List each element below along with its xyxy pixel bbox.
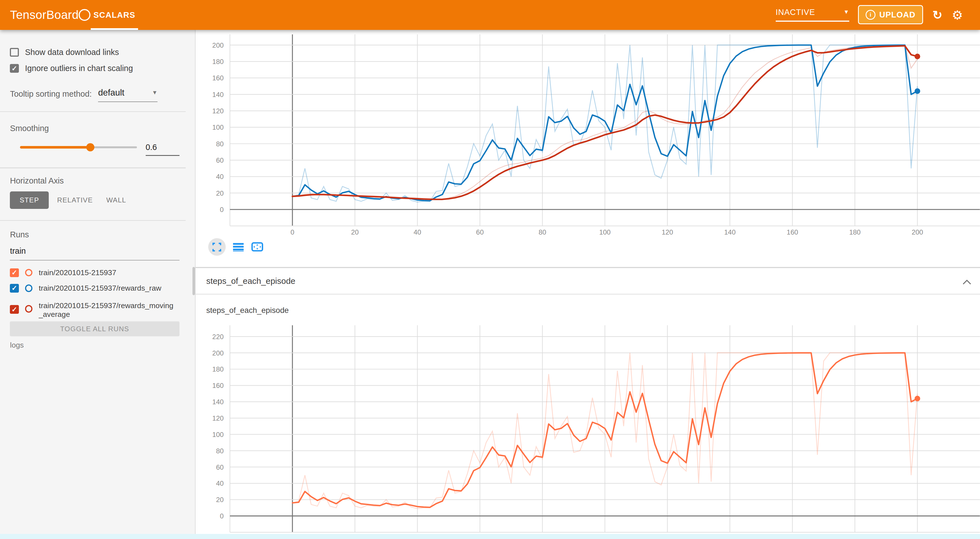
fullscreen-icon <box>212 243 221 252</box>
svg-text:180: 180 <box>212 58 224 65</box>
chevron-down-icon: ▼ <box>152 90 158 96</box>
ignore-outliers-label: Ignore outliers in chart scaling <box>25 64 133 73</box>
svg-text:40: 40 <box>216 480 224 487</box>
settings-sidebar: Show data download links ✓ Ignore outlie… <box>0 30 196 539</box>
run-color-swatch <box>25 269 33 277</box>
app-title: TensorBoard <box>10 8 79 22</box>
run-checkbox[interactable]: ✓ <box>10 305 19 314</box>
run-row[interactable]: ✓ train/20201015-215937/rewards_raw <box>10 284 161 293</box>
svg-text:40: 40 <box>216 173 224 180</box>
runs-filter-input[interactable]: train <box>10 246 179 261</box>
divider <box>0 112 186 112</box>
svg-text:160: 160 <box>787 228 798 236</box>
run-checkbox[interactable]: ✓ <box>10 284 19 293</box>
run-row[interactable]: ✓ train/20201015-215937 <box>10 268 116 277</box>
section-header[interactable]: steps_of_each_episode <box>196 268 980 294</box>
svg-text:160: 160 <box>212 382 224 389</box>
settings-gear-icon[interactable]: ⚙ <box>949 0 966 30</box>
chevron-down-icon: ▼ <box>844 9 850 15</box>
svg-text:220: 220 <box>212 333 224 340</box>
main-content: 0204060801001201401601802000204060801001… <box>196 30 980 539</box>
run-row[interactable]: ✓ train/20201015-215937/rewards_moving_a… <box>10 301 177 319</box>
upload-button-label: UPLOAD <box>880 10 915 19</box>
upload-button[interactable]: i UPLOAD <box>858 5 923 24</box>
divider <box>0 167 186 168</box>
svg-text:120: 120 <box>662 228 673 236</box>
svg-text:0: 0 <box>220 206 224 214</box>
run-color-swatch <box>25 284 33 292</box>
fit-domain-button[interactable] <box>251 242 263 252</box>
chevron-up-icon[interactable] <box>963 276 971 288</box>
svg-text:60: 60 <box>216 463 224 471</box>
svg-text:120: 120 <box>212 415 224 422</box>
svg-text:40: 40 <box>414 228 421 236</box>
svg-text:100: 100 <box>212 431 224 438</box>
info-icon: i <box>865 10 875 20</box>
divider <box>196 294 980 294</box>
run-label: train/20201015-215937/rewards_moving_ave… <box>38 301 177 319</box>
svg-text:140: 140 <box>212 398 224 406</box>
chart-toolbar <box>208 238 263 256</box>
fit-icon <box>251 242 263 252</box>
expand-chart-button[interactable] <box>208 238 226 256</box>
svg-text:200: 200 <box>912 228 923 236</box>
refresh-icon[interactable]: ↻ <box>929 0 946 30</box>
status-dropdown[interactable]: INACTIVE ▼ <box>776 8 850 22</box>
svg-text:180: 180 <box>849 228 861 236</box>
svg-text:180: 180 <box>212 365 224 373</box>
svg-text:100: 100 <box>599 228 611 236</box>
run-checkbox[interactable]: ✓ <box>10 268 19 277</box>
chart-card-title: steps_of_each_episode <box>206 306 289 315</box>
svg-text:160: 160 <box>212 74 224 82</box>
show-download-links-checkbox[interactable] <box>10 48 19 57</box>
toggle-all-runs-button[interactable]: TOGGLE ALL RUNS <box>10 321 179 336</box>
ignore-outliers-checkbox[interactable]: ✓ <box>10 64 19 73</box>
tooltip-sort-dropdown[interactable]: default ▼ <box>98 88 158 102</box>
horizontal-axis-label: Horizontal Axis <box>10 176 64 185</box>
axis-relative-button[interactable]: RELATIVE <box>55 191 95 209</box>
show-download-links-label: Show data download links <box>25 48 119 57</box>
help-icon[interactable] <box>79 9 91 21</box>
rewards-chart[interactable]: 0204060801001201401601802000204060801001… <box>196 34 980 244</box>
svg-text:140: 140 <box>212 91 224 98</box>
smoothing-label: Smoothing <box>10 124 49 133</box>
smoothing-slider-fill <box>20 146 91 148</box>
svg-text:140: 140 <box>724 228 736 236</box>
ignore-outliers-row[interactable]: ✓ Ignore outliers in chart scaling <box>10 64 133 73</box>
svg-text:20: 20 <box>216 496 224 504</box>
runs-label: Runs <box>10 230 29 239</box>
tab-scalars[interactable]: SCALARS <box>91 0 138 30</box>
section-title: steps_of_each_episode <box>206 276 295 286</box>
show-download-links-row[interactable]: Show data download links <box>10 48 119 57</box>
tensorboard-app: { "header": { "app_title": "TensorBoard"… <box>0 0 980 539</box>
run-label: train/20201015-215937 <box>38 268 116 277</box>
sidebar-scrollbar[interactable] <box>192 267 195 295</box>
smoothing-value-input[interactable]: 0.6 <box>146 143 180 156</box>
svg-text:120: 120 <box>212 107 224 115</box>
svg-text:0: 0 <box>291 228 294 236</box>
svg-text:80: 80 <box>539 228 546 236</box>
svg-text:100: 100 <box>212 123 224 131</box>
smoothing-slider-thumb[interactable] <box>86 143 94 151</box>
svg-text:80: 80 <box>216 447 224 454</box>
svg-text:20: 20 <box>351 228 359 236</box>
steps-of-each-episode-chart[interactable]: 020406080100120140160180200220 <box>196 320 980 539</box>
axis-wall-button[interactable]: WALL <box>101 191 131 209</box>
svg-text:200: 200 <box>212 349 224 357</box>
tab-scalars-label: SCALARS <box>94 10 135 20</box>
table-icon <box>233 243 244 252</box>
run-label: train/20201015-215937/rewards_raw <box>38 284 161 293</box>
svg-text:20: 20 <box>216 190 224 197</box>
active-tab-indicator <box>91 28 138 30</box>
axis-step-button[interactable]: STEP <box>10 191 49 209</box>
tooltip-sort-label: Tooltip sorting method: <box>10 89 92 99</box>
app-header: TensorBoard SCALARS INACTIVE ▼ i UPLOAD … <box>0 0 980 30</box>
divider <box>0 220 186 221</box>
run-color-swatch <box>25 305 33 313</box>
data-table-button[interactable] <box>233 243 244 252</box>
status-dropdown-value: INACTIVE <box>776 8 815 17</box>
svg-text:60: 60 <box>476 228 484 236</box>
runs-footer-text: logs <box>10 341 24 349</box>
bottom-highlight-strip <box>0 534 980 539</box>
tooltip-sort-value: default <box>98 88 124 98</box>
